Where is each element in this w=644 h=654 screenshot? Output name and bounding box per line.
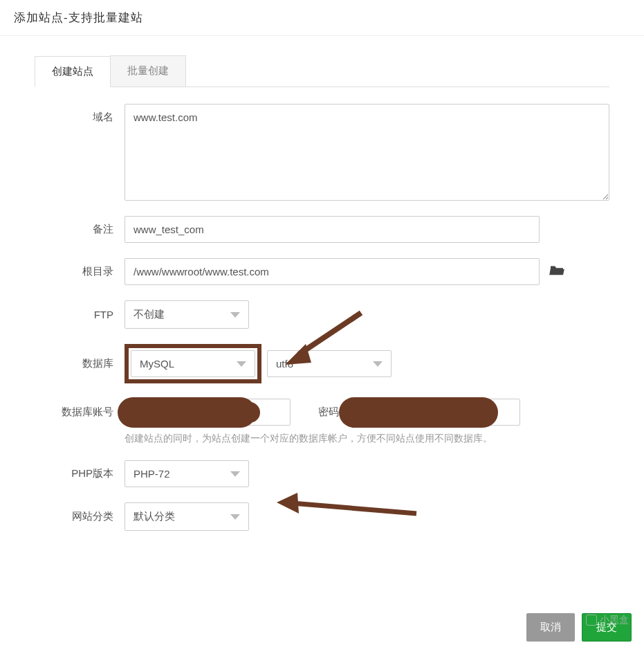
redaction-password <box>339 397 498 428</box>
label-root: 根目录 <box>35 265 125 278</box>
submit-button[interactable]: 提交 <box>582 613 632 642</box>
ftp-select-value: 不创建 <box>134 308 165 321</box>
row-ftp: FTP 不创建 <box>35 300 609 329</box>
label-database: 数据库 <box>35 357 125 370</box>
domain-textarea[interactable]: www.test.com <box>125 104 609 201</box>
redaction-db-account <box>118 397 256 428</box>
label-remark: 备注 <box>35 223 125 236</box>
chevron-down-icon <box>373 361 383 367</box>
modal-footer: 取消 提交 <box>526 613 632 642</box>
database-select-value: MySQL <box>140 358 174 370</box>
modal-title: 添加站点-支持批量建站 <box>0 0 644 36</box>
chevron-down-icon <box>230 514 240 520</box>
tab-batch-create[interactable]: 批量创建 <box>110 55 186 87</box>
chevron-down-icon <box>237 361 246 367</box>
label-ftp: FTP <box>35 309 125 320</box>
ftp-select[interactable]: 不创建 <box>125 300 249 329</box>
php-version-select-value: PHP-72 <box>134 468 170 480</box>
tabs: 创建站点 批量创建 <box>35 55 609 87</box>
row-site-category: 网站分类 默认分类 <box>35 502 609 531</box>
folder-open-icon[interactable] <box>549 264 564 280</box>
site-category-select-value: 默认分类 <box>134 510 175 523</box>
site-category-select[interactable]: 默认分类 <box>125 502 249 531</box>
cancel-button[interactable]: 取消 <box>526 613 575 642</box>
row-db-help: 创建站点的同时，为站点创建一个对应的数据库帐户，方便不同站点使用不同数据库。 <box>35 427 609 445</box>
charset-select-value: utf8 <box>276 358 293 370</box>
label-domain: 域名 <box>35 104 125 124</box>
annotation-highlight-database: MySQL <box>125 344 261 383</box>
tab-create-site[interactable]: 创建站点 <box>35 56 111 87</box>
row-db-account: 数据库账号 密码 <box>35 399 609 426</box>
root-input[interactable] <box>125 258 540 285</box>
row-root: 根目录 <box>35 258 609 285</box>
row-php-version: PHP版本 PHP-72 <box>35 460 609 487</box>
chevron-down-icon <box>230 312 240 318</box>
label-site-category: 网站分类 <box>35 510 125 523</box>
php-version-select[interactable]: PHP-72 <box>125 460 249 487</box>
chevron-down-icon <box>230 471 240 477</box>
label-db-account: 数据库账号 <box>35 406 125 419</box>
db-help-text: 创建站点的同时，为站点创建一个对应的数据库帐户，方便不同站点使用不同数据库。 <box>125 433 493 445</box>
row-database: 数据库 MySQL utf8 <box>35 344 609 383</box>
modal-body: 创建站点 批量创建 域名 www.test.com 备注 根目录 FTP 不创建 <box>0 36 644 531</box>
label-php-version: PHP版本 <box>35 467 125 480</box>
database-select[interactable]: MySQL <box>131 350 255 377</box>
remark-input[interactable] <box>125 216 540 243</box>
row-remark: 备注 <box>35 216 609 243</box>
row-domain: 域名 www.test.com <box>35 104 609 201</box>
charset-select[interactable]: utf8 <box>267 350 392 377</box>
